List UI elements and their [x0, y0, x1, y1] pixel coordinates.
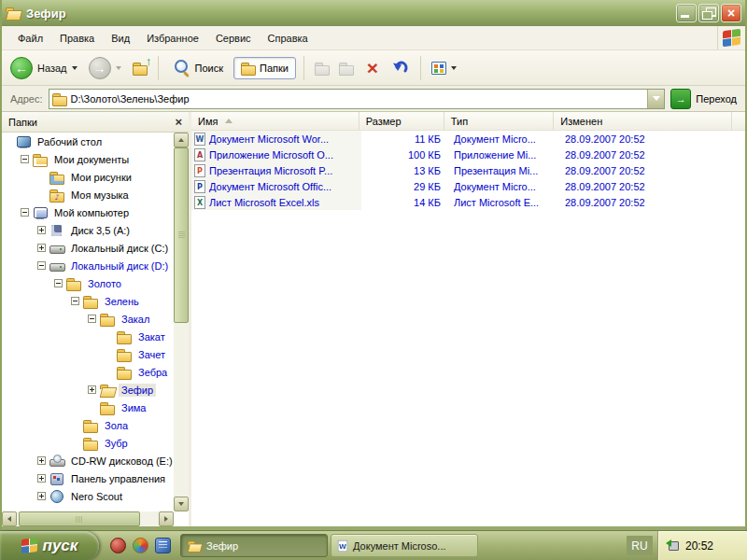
sort-ascending-icon — [225, 119, 233, 123]
table-row[interactable]: Документ Microsoft Wor... 11 КБ Документ… — [191, 131, 745, 147]
column-header[interactable]: Изменен — [554, 112, 732, 131]
tree-item-icon — [33, 153, 48, 166]
tree-expander[interactable] — [37, 244, 46, 252]
menu-item-правка[interactable]: Правка — [51, 29, 103, 48]
quick-launch — [99, 538, 180, 553]
quick-launch-show-desktop-icon[interactable] — [155, 538, 171, 553]
tree-item[interactable]: Моя музыка — [2, 186, 174, 203]
column-header-filler — [732, 112, 745, 131]
tree-item-icon — [83, 419, 98, 432]
tree-item[interactable]: Мои документы — [2, 150, 174, 168]
tree-item[interactable]: Панель управления — [2, 469, 174, 487]
forward-button[interactable]: → — [86, 55, 126, 81]
move-to-button[interactable] — [312, 60, 332, 77]
quick-launch-nero-icon[interactable] — [110, 538, 126, 553]
tree-item[interactable]: Зелень — [2, 292, 174, 310]
scroll-left-button[interactable] — [2, 511, 17, 526]
tree-item[interactable]: Локальный диск (D:) — [2, 257, 174, 274]
back-button[interactable]: ← Назад — [7, 55, 82, 81]
tree-item[interactable]: Зубр — [2, 434, 174, 452]
tree-item[interactable]: Рабочий стол — [2, 133, 174, 150]
tree-item[interactable]: Диск 3,5 (A:) — [2, 221, 174, 239]
taskbar-button[interactable]: Зефир — [180, 534, 328, 557]
tree-expander[interactable] — [37, 474, 46, 483]
tree-item[interactable]: Nero Scout — [2, 487, 174, 505]
tree-item[interactable]: Локальный диск (C:) — [2, 239, 174, 257]
undo-button[interactable] — [388, 58, 413, 78]
tree-vertical-scrollbar[interactable] — [174, 133, 189, 511]
horizontal-scrollbar-thumb[interactable] — [19, 511, 140, 526]
tree-expander[interactable] — [37, 226, 46, 234]
close-button[interactable]: × — [721, 4, 741, 22]
tree-expander[interactable] — [37, 456, 46, 465]
menu-item-справка[interactable]: Справка — [260, 29, 317, 48]
column-header[interactable]: Размер — [359, 112, 444, 131]
safely-remove-hardware-icon[interactable] — [666, 539, 680, 552]
address-input[interactable]: D:\Золото\Зелень\Зефир — [49, 89, 666, 109]
tree-item[interactable]: Мои рисунки — [2, 168, 174, 186]
scroll-down-button[interactable] — [174, 497, 189, 511]
menu-item-вид[interactable]: Вид — [103, 29, 138, 48]
search-button[interactable]: Поиск — [166, 55, 230, 80]
address-dropdown-button[interactable] — [647, 90, 664, 108]
tree-item[interactable]: Мой компьютер — [2, 203, 174, 221]
copy-to-icon — [339, 62, 354, 75]
tree-item[interactable]: Зебра — [2, 363, 174, 381]
minimize-button[interactable] — [676, 4, 697, 22]
table-row[interactable]: Презентация Microsoft P... 13 КБ Презент… — [191, 162, 745, 178]
tree-item[interactable]: Зима — [2, 399, 174, 416]
taskbar-button-label: Зефир — [206, 540, 238, 552]
tray-clock: 20:52 — [685, 539, 713, 553]
scroll-right-button[interactable] — [159, 511, 174, 526]
scrollbar-track[interactable] — [140, 511, 159, 526]
go-button[interactable]: → — [670, 89, 691, 109]
table-row[interactable]: Лист Microsoft Excel.xls 14 КБ Лист Micr… — [191, 194, 745, 210]
scroll-up-button[interactable] — [174, 133, 189, 147]
tree-item-icon — [83, 295, 98, 308]
tree-item[interactable]: Закал — [2, 310, 174, 328]
forward-arrow-icon: → — [89, 57, 111, 79]
folder-tree: Рабочий стол Мои документы Мои рисунки М… — [2, 133, 174, 511]
tree-item[interactable]: Зефир — [2, 381, 174, 399]
tree-expander[interactable] — [88, 385, 96, 394]
views-dropdown-caret[interactable] — [451, 66, 457, 70]
tree-horizontal-scrollbar[interactable] — [2, 511, 174, 526]
tree-item[interactable]: CD-RW дисковод (E:) — [2, 452, 174, 469]
column-header[interactable]: Имя — [191, 112, 359, 131]
tree-item-label: Закал — [119, 313, 152, 326]
quick-launch-media-player-icon[interactable] — [133, 538, 148, 553]
tree-item[interactable]: Золото — [2, 274, 174, 292]
table-row[interactable]: Приложение Microsoft O... 100 КБ Приложе… — [191, 147, 745, 162]
delete-button[interactable]: × — [360, 58, 385, 78]
tree-item[interactable]: Закат — [2, 328, 174, 345]
start-button[interactable]: пуск — [0, 531, 99, 560]
back-dropdown-caret[interactable] — [72, 66, 78, 70]
tree-expander[interactable] — [21, 155, 29, 163]
menu-item-файл[interactable]: Файл — [9, 29, 51, 48]
tree-item-icon — [49, 455, 64, 468]
tree-expander[interactable] — [37, 492, 46, 500]
system-tray: 20:52 — [657, 531, 747, 560]
vertical-scrollbar-thumb[interactable] — [174, 147, 189, 323]
folders-panel-close-icon[interactable]: × — [175, 116, 182, 128]
tree-expander[interactable] — [37, 261, 46, 270]
column-header[interactable]: Тип — [444, 112, 555, 131]
tree-expander[interactable] — [21, 208, 29, 217]
tree-expander[interactable] — [88, 315, 96, 323]
tree-item[interactable]: Зачет — [2, 345, 174, 363]
tree-item-label: Мой компьютер — [51, 206, 132, 219]
menu-item-сервис[interactable]: Сервис — [207, 29, 260, 48]
language-indicator[interactable]: RU — [627, 536, 653, 555]
tree-expander[interactable] — [71, 297, 79, 305]
tree-item[interactable]: Зола — [2, 416, 174, 434]
table-row[interactable]: Документ Microsoft Offic... 29 КБ Докуме… — [191, 178, 745, 194]
taskbar-button[interactable]: Документ Microso... — [331, 534, 478, 557]
views-button[interactable] — [429, 60, 461, 77]
menu-logo-area — [717, 26, 745, 49]
restore-button[interactable] — [698, 4, 719, 22]
menu-item-избранное[interactable]: Избранное — [138, 29, 207, 48]
tree-expander[interactable] — [54, 279, 63, 287]
copy-to-button[interactable] — [336, 60, 357, 77]
up-button[interactable]: ↑ — [130, 60, 150, 77]
folders-button[interactable]: Папки — [233, 57, 296, 79]
